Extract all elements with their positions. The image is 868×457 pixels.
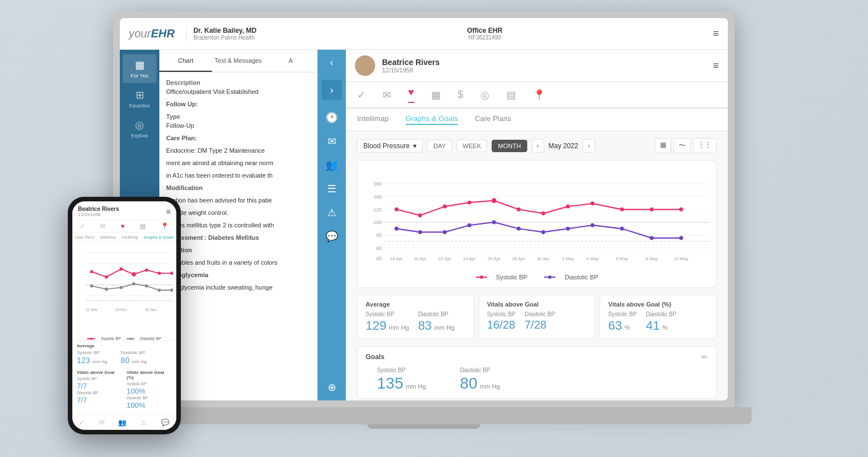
goals-edit-icon[interactable]: ✏: [701, 352, 708, 361]
svg-point-31: [443, 205, 447, 209]
chart-svg-container: 160 140 120 100 80 60 40: [364, 167, 709, 269]
nav-mail-icon[interactable]: ✉: [383, 89, 391, 101]
phone-bottom-mail-icon[interactable]: ✉: [99, 419, 105, 426]
tab-text-messages[interactable]: Text & Messages: [212, 50, 264, 72]
nav-dollar-icon[interactable]: $: [458, 89, 463, 101]
nav-pin-icon[interactable]: 📍: [533, 89, 545, 101]
forward-arrow-icon[interactable]: ›: [322, 80, 342, 100]
avg-diastolic: Diastolic BP 83 mm Hg: [418, 311, 454, 333]
metric-dropdown[interactable]: Blood Pressure ▾: [357, 139, 423, 153]
phone-legend-diastolic: Diastolic BP: [127, 337, 162, 340]
plus-icon[interactable]: ⊕: [328, 381, 336, 394]
vag-systolic-label: Systolic BP: [487, 311, 516, 317]
phone-tab-care-plans[interactable]: Care Plans: [75, 235, 95, 239]
phone-vitals-row-1: Vitals above Goal Systolic BP 7/7 Diasto…: [77, 370, 172, 410]
patient-menu-icon[interactable]: ≡: [713, 60, 719, 72]
svg-point-48: [566, 227, 570, 231]
month-btn[interactable]: MONTH: [492, 140, 527, 152]
svg-point-75: [145, 284, 148, 288]
svg-point-67: [132, 272, 136, 276]
chat-icon[interactable]: 💬: [326, 230, 338, 243]
phone-tab-wellness[interactable]: Wellness: [100, 235, 116, 239]
svg-text:22 Nov: 22 Nov: [86, 308, 98, 312]
sidebar-item-for-you[interactable]: ▦ For You: [123, 54, 157, 83]
clock-icon[interactable]: 🕐: [326, 111, 338, 124]
line-view-btn[interactable]: 〜: [674, 138, 691, 153]
phone-bottom-chat-icon[interactable]: 💬: [161, 419, 170, 426]
vpct-systolic-value: 63: [608, 318, 622, 333]
mail-panel-icon[interactable]: ✉: [328, 135, 336, 148]
vitals-above-goal-title: Vitals above Goal: [487, 301, 587, 308]
care-plan-value: Endocrine: DM Type 2 Maintenance: [166, 147, 310, 154]
sidebar-item-favorites[interactable]: ⊞ Favorites: [123, 84, 157, 113]
tab-intellimap[interactable]: Intellimap: [357, 114, 389, 125]
svg-point-42: [418, 230, 422, 234]
top-bar: yourEHR Dr. Katie Bailey, MD Bradenton P…: [120, 18, 728, 50]
phone-tab-graphs[interactable]: Graphs & Goals: [144, 235, 173, 239]
prev-period-btn[interactable]: ‹: [532, 139, 544, 153]
alert-icon[interactable]: ⚠: [327, 206, 336, 219]
care-plan-text: ment are aimed at obtaining near norm: [166, 159, 310, 166]
grid-view-btn[interactable]: ⋮⋮: [693, 138, 717, 153]
type-label: Type: [166, 113, 310, 120]
nav-list-icon[interactable]: ▤: [506, 89, 516, 101]
svg-point-43: [443, 230, 447, 234]
phone-nav-grid[interactable]: ▦: [140, 222, 146, 230]
care-plan-label: Care Plan:: [166, 135, 310, 141]
nav-grid-icon[interactable]: ▦: [431, 89, 441, 101]
week-btn[interactable]: WEEK: [457, 140, 487, 152]
goals-systolic-label: Systolic BP: [377, 367, 426, 373]
phone-patient-info: Beatrice Rivers 13/15/1958: [78, 206, 119, 217]
goals-values: Systolic BP 135 mm Hg Diastolic BP: [366, 367, 708, 393]
list-icon[interactable]: ☰: [327, 183, 336, 195]
goals-card-header: Goals ✏: [366, 352, 708, 361]
goals-diastolic-value: 80: [460, 374, 478, 392]
office-id: HF36231490: [467, 35, 502, 41]
phone-diastolic-stat-label: Diastolic BP: [121, 350, 147, 355]
nav-heart-icon[interactable]: ♥: [408, 87, 414, 103]
tab-graphs-goals[interactable]: Graphs & Goals: [406, 114, 458, 125]
graph-controls: Blood Pressure ▾ DAY WEEK MONTH ‹ May 20…: [357, 138, 717, 153]
day-btn[interactable]: DAY: [427, 140, 452, 152]
expand-panel: ‹ › 🕐 ✉ 👥 ☰ ⚠ 💬 ⊕: [318, 50, 346, 400]
sidebar-item-explore[interactable]: ◎ Explore: [123, 114, 157, 143]
tab-a[interactable]: A: [264, 50, 317, 72]
phone-tab-intellimap[interactable]: Intellimap: [121, 235, 138, 239]
svg-text:24 Apr: 24 Apr: [463, 256, 476, 261]
phone-nav-check[interactable]: ✓: [80, 222, 85, 230]
patient-info: Beatrice Rivers 12/15/1958: [382, 58, 440, 74]
nav-circle-icon[interactable]: ◎: [480, 89, 489, 101]
phone-menu-icon[interactable]: ≡: [166, 207, 171, 216]
app-logo: yourEHR: [129, 27, 175, 40]
phone-nav-pin[interactable]: 📍: [160, 222, 169, 230]
phone-bottom-alert-icon[interactable]: ⚠: [141, 419, 147, 426]
phone-bottom-group-icon[interactable]: 👥: [118, 419, 127, 426]
favorites-icon: ⊞: [136, 89, 144, 101]
back-arrow-icon[interactable]: ‹: [330, 57, 333, 68]
nav-checkmark-icon[interactable]: ✓: [357, 89, 366, 101]
phone-nav-heart[interactable]: ♥: [120, 222, 124, 230]
table-view-btn[interactable]: ▦: [655, 138, 671, 153]
patient-avatar: [355, 55, 375, 76]
vag-diastolic-label: Diastolic BP: [524, 311, 555, 317]
phone-bottom-check-icon[interactable]: ✓: [79, 419, 85, 426]
doctor-name: Dr. Katie Bailey, MD: [193, 27, 257, 35]
vitals-pct-cols: Systolic BP 63 % Diastolic B: [608, 311, 708, 333]
vitals-pct-title: Vitals above Goal (%): [608, 301, 708, 308]
phone-vag-diastolic-value: 7/7: [77, 396, 87, 404]
next-period-btn[interactable]: ›: [583, 139, 595, 153]
svg-text:30 Apr: 30 Apr: [537, 256, 550, 261]
svg-text:26 Apr: 26 Apr: [488, 256, 501, 261]
group-icon[interactable]: 👥: [326, 159, 338, 171]
svg-point-56: [548, 275, 552, 279]
phone-vitals-above-goal: Vitals above Goal Systolic BP 7/7 Diasto…: [77, 370, 122, 410]
hamburger-menu-icon[interactable]: ≡: [713, 28, 719, 40]
phone-nav-mail[interactable]: ✉: [100, 222, 106, 230]
tab-chart[interactable]: Chart: [159, 50, 212, 72]
svg-point-34: [517, 208, 520, 212]
average-card: Average Systolic BP 129 mm Hg: [357, 295, 474, 339]
goals-systolic-value-row: 135 mm Hg: [377, 374, 426, 393]
tab-care-plans[interactable]: Care Plans: [475, 114, 511, 125]
for-you-icon: ▦: [135, 59, 145, 71]
vpct-diastolic-label: Diastolic BP: [646, 311, 676, 317]
